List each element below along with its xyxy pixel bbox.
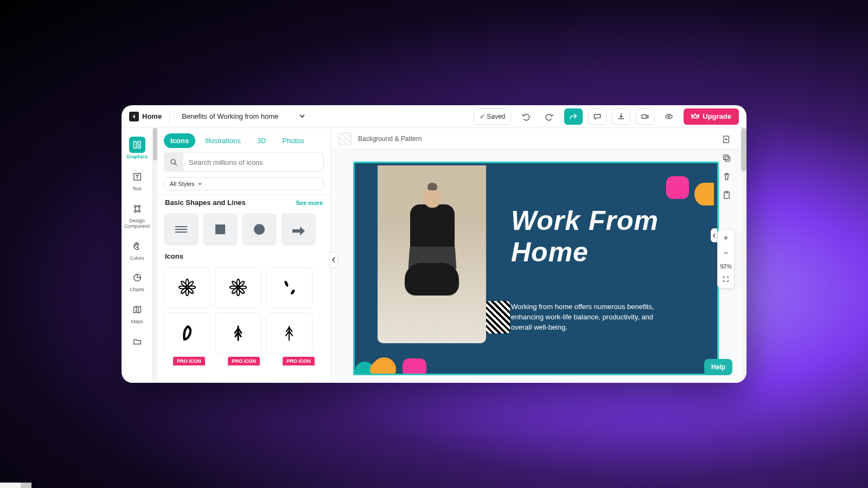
home-label: Home	[142, 112, 162, 120]
svg-point-12	[138, 243, 138, 244]
icon-flower-1[interactable]	[164, 267, 210, 308]
shape-square[interactable]	[203, 213, 238, 246]
rail-charts[interactable]: Charts	[123, 267, 152, 295]
tab-icons[interactable]: Icons	[164, 133, 195, 148]
collapse-panel-button[interactable]	[329, 252, 338, 268]
fullscreen-button[interactable]	[718, 274, 734, 285]
icon-tree-1[interactable]	[215, 312, 261, 354]
svg-point-33	[237, 286, 239, 288]
title-dropdown[interactable]	[299, 112, 305, 121]
svg-point-11	[136, 243, 136, 244]
text-icon	[129, 169, 145, 185]
svg-point-6	[134, 205, 136, 207]
home-button[interactable]: Home	[129, 112, 162, 121]
zoom-controls: + − 92%	[717, 229, 735, 288]
duplicate-button[interactable]	[720, 152, 732, 164]
divider	[169, 110, 170, 123]
tab-photos[interactable]: Photos	[276, 133, 310, 148]
canvas-area: Background & Pattern Work FromHome Worki…	[331, 128, 741, 383]
icon-leaf-brush[interactable]	[164, 312, 210, 354]
svg-point-8	[134, 210, 136, 212]
svg-rect-0	[642, 114, 647, 118]
pro-badge: PRO ICON	[219, 357, 269, 365]
zoom-in-button[interactable]: +	[718, 233, 734, 243]
app-window: Home Benefits of Working from home ✓ Sav…	[122, 105, 746, 383]
slide-title[interactable]: Work FromHome	[511, 206, 659, 268]
shape-pink-top[interactable]	[666, 176, 689, 199]
tab-3d[interactable]: 3D	[251, 133, 273, 148]
add-page-button[interactable]	[720, 133, 732, 145]
help-button[interactable]: Help	[704, 359, 732, 375]
svg-point-21	[180, 280, 187, 287]
paste-button[interactable]	[720, 189, 732, 201]
person-illustration	[399, 187, 464, 306]
rail-design-component[interactable]: DesignComponent	[123, 198, 152, 232]
icon-flower-2[interactable]	[215, 267, 261, 308]
preview-button[interactable]	[660, 108, 678, 125]
icon-leaves[interactable]	[266, 267, 312, 308]
zoom-value: 92%	[720, 263, 731, 269]
saved-indicator: ✓ Saved	[474, 108, 511, 125]
svg-point-7	[138, 205, 140, 207]
delete-button[interactable]	[720, 170, 732, 182]
slide-photo[interactable]	[378, 165, 486, 343]
panel-scrollbar-left[interactable]	[153, 128, 157, 383]
svg-point-23	[187, 280, 194, 287]
svg-point-9	[138, 210, 140, 212]
rail-text[interactable]: Text	[123, 166, 152, 194]
svg-rect-4	[137, 146, 140, 149]
pie-icon	[129, 269, 145, 286]
shape-arrow[interactable]	[281, 213, 316, 246]
tab-illustrations[interactable]: Illustrations	[199, 133, 247, 148]
icons-header: Icons	[157, 249, 330, 264]
search-input[interactable]	[183, 152, 324, 172]
back-icon	[129, 112, 139, 121]
background-label[interactable]: Background & Pattern	[358, 135, 422, 143]
topbar: Home Benefits of Working from home ✓ Sav…	[122, 105, 746, 128]
slide[interactable]: Work FromHome Working from home offers n…	[353, 162, 719, 375]
comment-button[interactable]	[588, 108, 607, 125]
search-row	[157, 152, 330, 177]
shape-circle[interactable]	[242, 213, 277, 246]
icons-grid	[157, 264, 330, 357]
rail-maps[interactable]: Maps	[123, 299, 152, 327]
svg-point-14	[171, 159, 175, 164]
zoom-panel-handle[interactable]	[711, 228, 717, 242]
panel-tabs: Icons Illustrations 3D Photos	[157, 128, 330, 152]
map-icon	[129, 301, 145, 318]
shape-pink-bottom[interactable]	[403, 358, 426, 375]
download-button[interactable]	[612, 108, 630, 125]
undo-button[interactable]	[516, 108, 535, 125]
pillow-graphic	[486, 301, 510, 333]
svg-rect-37	[723, 155, 728, 159]
icons-title: Icons	[165, 252, 183, 260]
canvas-scrollbar[interactable]	[741, 128, 746, 383]
svg-point-16	[254, 224, 265, 235]
share-button[interactable]	[564, 108, 583, 125]
pro-badges: PRO ICON PRO ICON PRO ICON	[157, 357, 330, 365]
svg-point-22	[187, 287, 194, 294]
rail-folder[interactable]	[123, 331, 152, 352]
icon-tree-2[interactable]	[266, 312, 312, 354]
svg-point-1	[668, 115, 670, 117]
shape-orange-bottom[interactable]	[367, 352, 401, 375]
rail-graphics[interactable]: Graphics	[123, 134, 152, 162]
background-thumb[interactable]	[339, 132, 352, 145]
folder-icon	[129, 333, 145, 350]
graphics-panel: Icons Illustrations 3D Photos All Styles…	[157, 128, 331, 383]
styles-dropdown[interactable]: All Styles	[164, 177, 324, 190]
record-button[interactable]	[636, 108, 654, 125]
zoom-out-button[interactable]: −	[718, 248, 734, 259]
shapes-grid	[157, 210, 330, 249]
document-title[interactable]: Benefits of Working from home	[177, 112, 283, 120]
upgrade-button[interactable]: Upgrade	[684, 108, 739, 125]
svg-point-10	[135, 245, 135, 246]
rail-colors[interactable]: Colors	[123, 236, 152, 264]
shape-orange-top[interactable]	[694, 183, 714, 206]
redo-button[interactable]	[540, 108, 559, 125]
main-body: Graphics Text DesignComponent Colors Cha…	[122, 128, 746, 383]
see-more-link[interactable]: See more	[296, 200, 323, 206]
shape-lines[interactable]	[164, 213, 199, 246]
slide-body-text[interactable]: Working from home offers numerous benefi…	[511, 302, 674, 333]
canvas-wrap[interactable]: Work FromHome Working from home offers n…	[331, 150, 741, 383]
